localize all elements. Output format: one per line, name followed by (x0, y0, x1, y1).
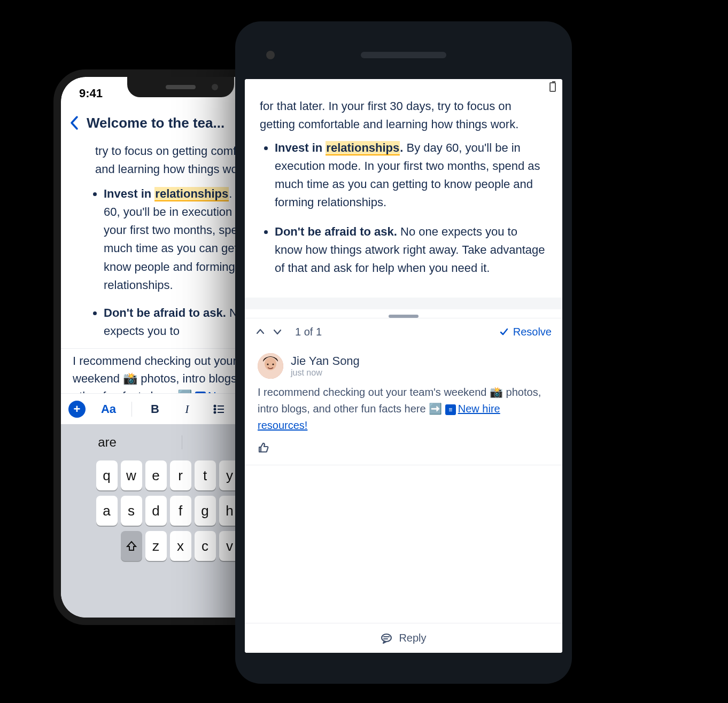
key-s[interactable]: s (121, 496, 142, 526)
panel-gap (245, 298, 562, 309)
text-style-button[interactable]: Aa (99, 400, 118, 418)
add-button[interactable]: + (68, 401, 86, 418)
shift-key[interactable] (121, 531, 142, 561)
doc-icon: ≡ (445, 404, 456, 415)
key-g[interactable]: g (195, 496, 216, 526)
speaker-grille (166, 85, 196, 89)
prev-comment-icon[interactable] (255, 327, 265, 337)
key-q[interactable]: q (96, 460, 118, 490)
highlight-relationships[interactable]: relationships (326, 141, 400, 155)
key-d[interactable]: d (145, 496, 167, 526)
resolve-label: Resolve (513, 326, 552, 338)
bold-button[interactable]: B (146, 400, 164, 418)
back-icon[interactable] (69, 115, 79, 131)
front-camera (266, 51, 275, 59)
next-comment-icon[interactable] (273, 327, 282, 337)
key-t[interactable]: t (195, 460, 216, 490)
bold-segment: Don't be afraid to ask. (275, 225, 397, 238)
svg-point-14 (267, 363, 268, 365)
comment-count: 1 of 1 (295, 326, 492, 338)
comment-time: just now (291, 368, 360, 378)
toolbar-separator (131, 402, 132, 417)
speaker-grille (361, 52, 446, 58)
status-bar (245, 79, 562, 95)
bullet-ask: Don't be afraid to ask. No one expects y… (275, 223, 547, 277)
key-w[interactable]: w (121, 460, 142, 490)
svg-point-4 (214, 411, 216, 413)
document-body[interactable]: for that later. In your first 30 days, t… (245, 95, 562, 298)
key-c[interactable]: c (195, 531, 216, 561)
android-bezel (245, 31, 562, 79)
resolve-button[interactable]: Resolve (499, 326, 552, 338)
bold-segment: Invest in (275, 141, 326, 154)
cutoff-text: for that later. In your first 30 days, t… (260, 99, 518, 131)
svg-point-16 (382, 634, 391, 642)
reply-button[interactable]: Reply (245, 623, 562, 653)
bullet-invest: Invest in relationships. By day 60, you'… (275, 139, 547, 212)
key-e[interactable]: e (145, 460, 167, 490)
reply-label: Reply (399, 632, 426, 644)
svg-point-2 (214, 408, 216, 410)
reply-icon (381, 632, 392, 644)
svg-point-0 (214, 405, 216, 407)
comment: Jie Yan Song just now I recommend checki… (245, 346, 562, 465)
key-f[interactable]: f (170, 496, 191, 526)
italic-button[interactable]: I (178, 400, 196, 418)
check-icon (499, 327, 509, 337)
battery-icon (549, 82, 556, 92)
bullet-list-button[interactable] (210, 400, 228, 418)
key-a[interactable]: a (96, 496, 118, 526)
avatar[interactable] (258, 353, 283, 379)
bold-segment: Invest in (104, 187, 154, 200)
android-device: for that later. In your first 30 days, t… (235, 21, 572, 684)
like-button[interactable] (258, 441, 549, 455)
front-camera (212, 84, 218, 90)
comment-nav: 1 of 1 Resolve (245, 318, 562, 346)
android-screen: for that later. In your first 30 days, t… (245, 79, 562, 653)
key-r[interactable]: r (170, 460, 191, 490)
comment-text: I recommend checking out your team's wee… (258, 384, 549, 434)
prediction[interactable]: are (98, 435, 117, 450)
comment-author: Jie Yan Song (291, 354, 360, 368)
key-z[interactable]: z (145, 531, 167, 561)
status-time: 9:41 (79, 87, 103, 100)
iphone-notch (127, 77, 234, 97)
svg-point-15 (272, 363, 274, 365)
key-x[interactable]: x (170, 531, 191, 561)
highlight-relationships[interactable]: relationships (154, 187, 229, 201)
bold-segment: Don't be afraid to ask. (104, 306, 226, 319)
